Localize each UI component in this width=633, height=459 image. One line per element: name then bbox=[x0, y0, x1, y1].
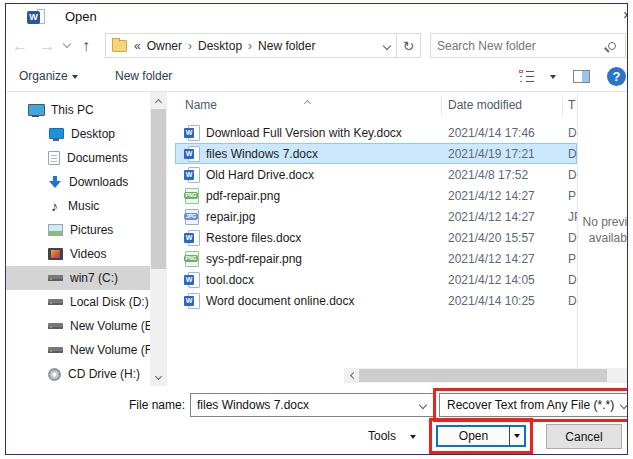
word-file-icon-badge: W bbox=[184, 275, 194, 285]
close-button[interactable]: × bbox=[623, 7, 628, 23]
search-input[interactable] bbox=[431, 39, 608, 53]
file-type-combobox[interactable]: Recover Text from Any File (*.*) bbox=[439, 393, 628, 417]
sidebar-item-new-volume-f[interactable]: New Volume (F:) bbox=[6, 338, 150, 362]
organize-button[interactable]: Organize bbox=[19, 62, 78, 91]
drive-icon bbox=[48, 344, 63, 356]
file-row-tool-docx[interactable]: Wtool.docx2021/4/12 14:05D bbox=[175, 269, 577, 290]
horizontal-scrollbar[interactable] bbox=[344, 368, 628, 383]
sidebar-item-cd-drive-h[interactable]: CD Drive (H:) bbox=[6, 362, 150, 386]
new-folder-button[interactable]: New folder bbox=[115, 62, 172, 91]
word-file-icon: W bbox=[184, 230, 199, 245]
tools-label: Tools bbox=[368, 429, 396, 443]
sidebar-item-pictures[interactable]: Pictures bbox=[6, 218, 150, 242]
search-icon[interactable] bbox=[608, 42, 616, 50]
change-view-icon[interactable] bbox=[519, 69, 535, 84]
breadcrumb-prefix[interactable]: « bbox=[132, 39, 143, 53]
view-dropdown-caret-icon[interactable] bbox=[550, 75, 556, 79]
open-button-label[interactable]: Open bbox=[438, 427, 509, 445]
sidebar-item-downloads[interactable]: Downloads bbox=[6, 170, 150, 194]
preview-pane-icon[interactable] bbox=[573, 70, 590, 83]
breadcrumb-item-new-folder[interactable]: New folder bbox=[254, 39, 319, 53]
sidebar-scrollbar-thumb[interactable] bbox=[151, 109, 166, 269]
sidebar-scrollbar[interactable] bbox=[150, 92, 167, 386]
sidebar-item-label: New Volume (E:) bbox=[70, 319, 160, 333]
music-icon: ♪ bbox=[48, 199, 61, 213]
tools-button[interactable]: Tools bbox=[368, 424, 416, 449]
column-header-name[interactable]: Name bbox=[185, 92, 217, 118]
sidebar-item-win7-c[interactable]: win7 (C:) bbox=[6, 266, 150, 290]
file-name: pdf-repair.png bbox=[206, 189, 280, 203]
sidebar-item-new-volume-e[interactable]: New Volume (E:) bbox=[6, 314, 150, 338]
file-row-pdf-repair-png[interactable]: PNGpdf-repair.png2021/4/12 14:27P bbox=[175, 185, 577, 206]
breadcrumb-item-desktop[interactable]: Desktop bbox=[194, 39, 246, 53]
file-name: Old Hard Drive.docx bbox=[206, 168, 314, 182]
tools-caret-icon bbox=[410, 435, 416, 439]
horizontal-scrollbar-thumb[interactable] bbox=[359, 369, 607, 382]
open-split-dropdown[interactable] bbox=[509, 427, 524, 445]
sidebar-item-label: New Volume (F:) bbox=[70, 343, 159, 357]
forward-icon[interactable]: → bbox=[39, 34, 55, 58]
sidebar-item-videos[interactable]: Videos bbox=[6, 242, 150, 266]
up-icon[interactable]: ↑ bbox=[82, 34, 90, 58]
file-name-input[interactable] bbox=[191, 398, 420, 412]
file-date-modified: 2021/4/12 14:27 bbox=[448, 210, 535, 224]
sidebar-item-this-pc[interactable]: This PC bbox=[6, 98, 150, 122]
downloads-icon bbox=[48, 175, 62, 189]
file-name-combobox[interactable] bbox=[190, 393, 435, 417]
word-file-icon-badge: W bbox=[184, 296, 194, 306]
open-button[interactable]: Open bbox=[436, 425, 526, 447]
sidebar-item-label: Documents bbox=[67, 151, 128, 165]
word-file-icon: W bbox=[184, 272, 199, 287]
scroll-up-arrow-icon[interactable] bbox=[150, 92, 167, 109]
sidebar-item-music[interactable]: ♪Music bbox=[6, 194, 150, 218]
view-icon-lines bbox=[526, 71, 534, 72]
file-row-word-document-online-docx[interactable]: WWord document online.docx2021/4/14 10:2… bbox=[175, 290, 577, 311]
file-date-modified: 2021/4/19 17:21 bbox=[448, 147, 535, 161]
organize-label: Organize bbox=[19, 69, 68, 83]
sidebar-item-local-disk-d[interactable]: Local Disk (D:) bbox=[6, 290, 150, 314]
word-file-icon-badge: W bbox=[184, 233, 194, 243]
file-row-restore-files-docx[interactable]: WRestore files.docx2021/4/20 15:57D bbox=[175, 227, 577, 248]
refresh-button[interactable]: ↻ bbox=[396, 34, 420, 57]
view-icon-squares bbox=[519, 70, 523, 73]
cancel-button[interactable]: Cancel bbox=[546, 424, 622, 449]
no-preview-message: No preview available bbox=[580, 214, 628, 246]
file-row-files-windows-7-docx[interactable]: Wfiles Windows 7.docx2021/4/19 17:21D bbox=[175, 143, 577, 164]
column-headers: Name Date modified T bbox=[175, 92, 577, 118]
file-row-download-full-version-with-key-docx[interactable]: WDownload Full Version with Key.docx2021… bbox=[175, 122, 577, 143]
file-date-modified: 2021/4/12 14:27 bbox=[448, 252, 535, 266]
file-row-old-hard-drive-docx[interactable]: WOld Hard Drive.docx2021/4/8 17:52D bbox=[175, 164, 577, 185]
file-row-sys-pdf-repair-png[interactable]: PNGsys-pdf-repair.png2021/4/12 14:27P bbox=[175, 248, 577, 269]
file-name-label: File name: bbox=[104, 393, 185, 417]
breadcrumb-separator-icon: › bbox=[246, 39, 254, 53]
sidebar-item-desktop[interactable]: Desktop bbox=[6, 122, 150, 146]
command-toolbar: Organize New folder ? bbox=[6, 62, 627, 92]
sidebar-item-label: Music bbox=[68, 199, 99, 213]
column-header-type[interactable]: T bbox=[568, 92, 575, 118]
file-date-modified: 2021/4/12 14:05 bbox=[448, 273, 535, 287]
address-dropdown-chevron-icon[interactable] bbox=[383, 41, 391, 49]
scroll-down-arrow-icon[interactable] bbox=[150, 369, 167, 386]
recent-locations-chevron-icon[interactable] bbox=[63, 40, 71, 48]
file-row-repair-jpg[interactable]: JPGrepair.jpg2021/4/12 14:27JP bbox=[175, 206, 577, 227]
column-header-date-modified[interactable]: Date modified bbox=[448, 92, 522, 118]
back-icon[interactable]: ← bbox=[12, 34, 28, 58]
word-app-icon-badge: W bbox=[27, 11, 40, 24]
help-icon[interactable]: ? bbox=[607, 67, 626, 86]
file-name: files Windows 7.docx bbox=[206, 147, 318, 161]
preview-pane: No preview available bbox=[577, 92, 628, 368]
column-divider[interactable] bbox=[562, 94, 563, 116]
word-file-icon-badge: W bbox=[184, 170, 194, 180]
file-name: Word document online.docx bbox=[206, 294, 355, 308]
scroll-left-arrow-icon[interactable] bbox=[344, 368, 359, 383]
open-dialog: W Open × ← → ↑ « Owner›Desktop›New folde… bbox=[5, 3, 628, 455]
file-name-dropdown-chevron-icon[interactable] bbox=[419, 401, 427, 409]
file-type-annotation-box: Recover Text from Any File (*.*) bbox=[433, 388, 628, 422]
file-date-modified: 2021/4/14 17:46 bbox=[448, 126, 535, 140]
cd-icon bbox=[48, 368, 61, 381]
sidebar-item-documents[interactable]: Documents bbox=[6, 146, 150, 170]
chevron-up-icon bbox=[155, 98, 162, 105]
column-divider[interactable] bbox=[441, 94, 442, 116]
breadcrumb-item-owner[interactable]: Owner bbox=[143, 39, 186, 53]
pictures-icon bbox=[48, 224, 63, 236]
